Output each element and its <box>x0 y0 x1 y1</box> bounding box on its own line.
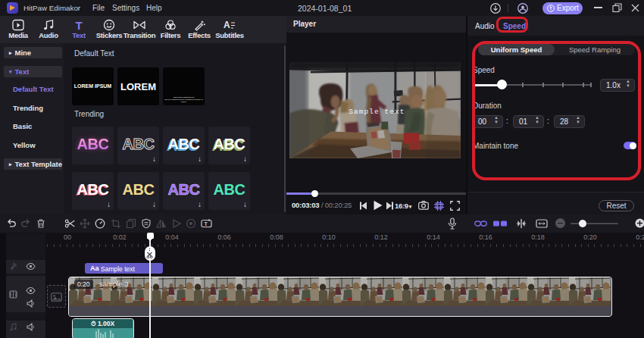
svg-text:T: T <box>205 221 208 227</box>
svg-text:Sample text: Sample text <box>349 108 405 116</box>
svg-text:A: A <box>224 20 230 30</box>
